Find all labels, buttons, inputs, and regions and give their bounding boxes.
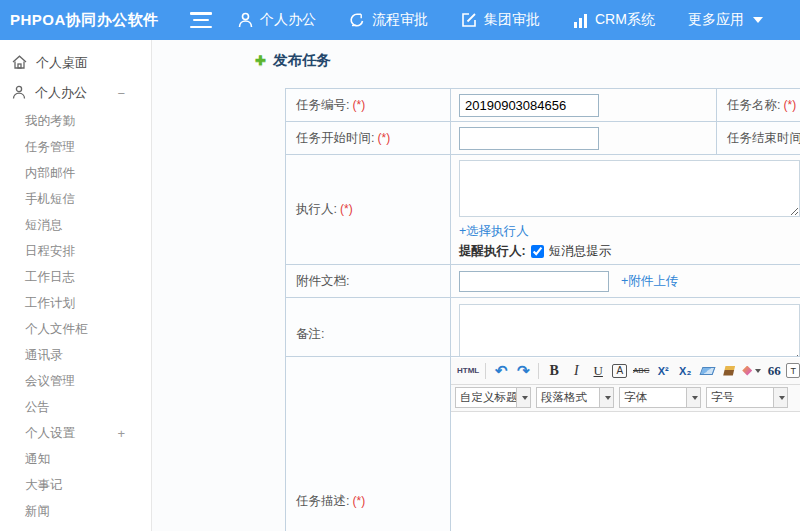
sidebar-item-work-plan[interactable]: 工作计划: [0, 290, 151, 316]
end-time-label: 任务结束时间:: [727, 131, 800, 145]
underline-button[interactable]: U: [588, 360, 608, 381]
sidebar-item-label: 通讯录: [25, 347, 63, 364]
remark-textarea[interactable]: [459, 304, 800, 364]
subscript-button[interactable]: X₂: [675, 360, 695, 381]
expand-plus-icon[interactable]: +: [117, 426, 125, 441]
font-size-select[interactable]: 字号: [706, 387, 788, 408]
sidebar-item-contacts[interactable]: 通讯录: [0, 342, 151, 368]
custom-title-select[interactable]: 自定义标题: [455, 387, 531, 408]
nav-personal-office[interactable]: 个人办公: [238, 11, 316, 29]
nav-label: 个人办公: [260, 11, 316, 29]
sidebar-item-work-log[interactable]: 工作日志: [0, 264, 151, 290]
description-row: 任务描述:(*) HTML ↶ ↷ B I U A: [286, 357, 800, 531]
format-eraser-button[interactable]: [697, 360, 717, 381]
chevron-down-icon: [753, 17, 763, 23]
highlight-button[interactable]: [741, 360, 762, 381]
select-executor-link[interactable]: +选择执行人: [459, 224, 529, 238]
sidebar-item-label: 个人办公: [35, 84, 87, 102]
nav-crm-system[interactable]: CRM系统: [573, 11, 655, 29]
sidebar-item-personal-desktop[interactable]: 个人桌面: [0, 48, 151, 78]
app-logo: PHPOA协同办公软件: [0, 11, 162, 30]
sidebar-item-label: 会议管理: [25, 373, 75, 390]
chevron-down-icon: [755, 369, 761, 373]
sidebar-item-label: 大事记: [25, 477, 63, 494]
hamburger-menu-icon[interactable]: [190, 12, 212, 28]
chevron-down-icon: [692, 396, 698, 400]
nav-workflow-approval[interactable]: 流程审批: [349, 11, 428, 29]
attachment-label: 附件文档:: [296, 274, 349, 288]
sidebar-item-announcement[interactable]: 公告: [0, 394, 151, 420]
sidebar-item-meeting-management[interactable]: 会议管理: [0, 368, 151, 394]
bar-chart-icon: [573, 13, 588, 28]
strikethrough-button[interactable]: ABC: [631, 360, 651, 381]
user-icon: [12, 85, 26, 102]
sidebar-item-personal-cabinet[interactable]: 个人文件柜: [0, 316, 151, 342]
sidebar-item-personal-settings[interactable]: 个人设置 +: [0, 420, 151, 446]
start-time-input[interactable]: [459, 127, 599, 150]
task-time-row: 任务开始时间:(*) 任务结束时间:(*): [286, 122, 800, 155]
nav-group-approval[interactable]: 集团审批: [461, 11, 540, 29]
sidebar-item-short-message[interactable]: 短消息: [0, 212, 151, 238]
format-brush-button[interactable]: [719, 360, 739, 381]
task-number-row: 任务编号:(*) 任务名称:(*): [286, 89, 800, 122]
task-number-input[interactable]: [459, 94, 599, 117]
font-family-select[interactable]: 字体: [619, 387, 701, 408]
required-marker: (*): [352, 494, 365, 508]
topbar-nav: 个人办公 流程审批 集团审批 CRM系统 更多应用: [238, 11, 796, 29]
sidebar-item-internal-mail[interactable]: 内部邮件: [0, 160, 151, 186]
sidebar-item-label: 个人设置: [25, 425, 75, 442]
paste-button[interactable]: T: [786, 363, 800, 378]
sidebar-item-my-attendance[interactable]: 我的考勤: [0, 108, 151, 134]
main-content: ✚ 发布任务 任务编号:(*) 任务名称:(*) 任务开始时间:(*) 任务结束…: [153, 40, 800, 531]
user-icon: [238, 12, 253, 28]
sidebar-item-personal-office[interactable]: 个人办公 −: [0, 78, 151, 108]
html-source-button[interactable]: HTML: [456, 360, 480, 381]
paragraph-format-select[interactable]: 段落格式: [536, 387, 614, 408]
page-title: ✚ 发布任务: [255, 51, 331, 70]
required-marker: (*): [377, 131, 390, 145]
font-border-button[interactable]: A: [612, 364, 627, 378]
italic-button[interactable]: I: [566, 360, 586, 381]
edit-icon: [461, 12, 477, 28]
app-window: PHPOA协同办公软件 个人办公 流程审批 集团审批 CRM系统 更多应用: [0, 0, 800, 531]
highlight-icon: [742, 366, 752, 376]
attachment-input[interactable]: [459, 271, 609, 292]
sidebar-item-notice[interactable]: 通知: [0, 446, 151, 472]
sms-remind-label: 短消息提示: [549, 243, 612, 260]
blockquote-button[interactable]: 66: [764, 360, 784, 381]
sidebar-item-major-events[interactable]: 大事记: [0, 472, 151, 498]
sidebar-item-label: 任务管理: [25, 139, 75, 156]
undo-button[interactable]: ↶: [491, 360, 511, 381]
chevron-down-icon: [605, 396, 611, 400]
collapse-minus-icon[interactable]: −: [117, 86, 125, 101]
sidebar-item-label: 我的考勤: [25, 113, 75, 130]
required-marker: (*): [340, 202, 353, 216]
nav-label: CRM系统: [595, 11, 655, 29]
redo-button[interactable]: ↷: [513, 360, 533, 381]
bold-button[interactable]: B: [544, 360, 564, 381]
nav-label: 集团审批: [484, 11, 540, 29]
editor-content-area[interactable]: [451, 412, 800, 531]
task-description-table: 任务描述:(*) HTML ↶ ↷ B I U A: [285, 356, 800, 531]
start-time-label: 任务开始时间:: [296, 131, 374, 145]
superscript-button[interactable]: X²: [653, 360, 673, 381]
executor-textarea[interactable]: [459, 160, 800, 217]
task-number-label: 任务编号:: [296, 98, 349, 112]
chevron-down-icon: [779, 396, 785, 400]
home-icon: [12, 55, 27, 72]
sidebar-item-label: 个人桌面: [36, 54, 88, 72]
attachment-upload-link[interactable]: +附件上传: [621, 273, 678, 290]
sidebar-item-label: 手机短信: [25, 191, 75, 208]
rich-text-editor: HTML ↶ ↷ B I U A ABC X² X₂: [451, 358, 800, 531]
sidebar-item-news[interactable]: 新闻: [0, 498, 151, 524]
sidebar-item-task-management[interactable]: 任务管理: [0, 134, 151, 160]
editor-toolbar-row1: HTML ↶ ↷ B I U A ABC X² X₂: [451, 358, 800, 385]
sidebar-item-schedule[interactable]: 日程安排: [0, 238, 151, 264]
sms-remind-checkbox[interactable]: [531, 245, 544, 258]
nav-more-apps[interactable]: 更多应用: [688, 11, 763, 29]
sidebar-item-mobile-sms[interactable]: 手机短信: [0, 186, 151, 212]
editor-toolbar-row2: 自定义标题 段落格式 字体 字号: [451, 385, 800, 412]
sidebar: 个人桌面 个人办公 − 我的考勤 任务管理 内部邮件 手机短信 短消息 日程安排…: [0, 40, 152, 531]
sidebar-item-label: 个人文件柜: [25, 321, 88, 338]
remind-executor-label: 提醒执行人:: [459, 243, 526, 260]
